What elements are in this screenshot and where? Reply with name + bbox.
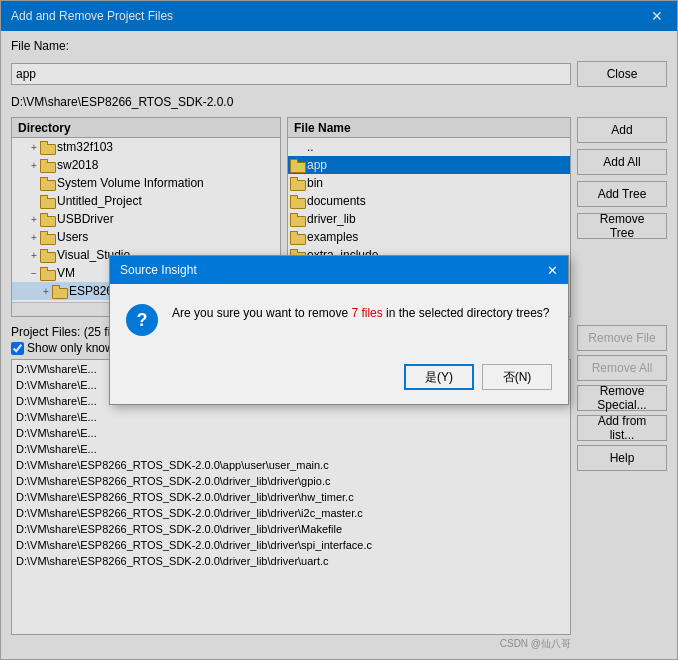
- modal-title: Source Insight: [120, 263, 197, 277]
- modal-close-button[interactable]: ✕: [547, 263, 558, 278]
- message-after: in the selected directory trees?: [383, 306, 550, 320]
- message-before: Are you sure you want to remove: [172, 306, 351, 320]
- confirm-button[interactable]: 是(Y): [404, 364, 474, 390]
- cancel-button[interactable]: 否(N): [482, 364, 552, 390]
- modal-footer: 是(Y) 否(N): [110, 356, 568, 404]
- confirm-dialog: Source Insight ✕ ? Are you sure you want…: [109, 255, 569, 405]
- main-window: Add and Remove Project Files ✕ File Name…: [0, 0, 678, 660]
- modal-body: ? Are you sure you want to remove 7 file…: [110, 284, 568, 356]
- message-highlight: 7 files: [351, 306, 382, 320]
- modal-title-bar: Source Insight ✕: [110, 256, 568, 284]
- modal-question-icon: ?: [126, 304, 158, 336]
- modal-overlay: Source Insight ✕ ? Are you sure you want…: [1, 1, 677, 659]
- modal-message: Are you sure you want to remove 7 files …: [172, 304, 552, 322]
